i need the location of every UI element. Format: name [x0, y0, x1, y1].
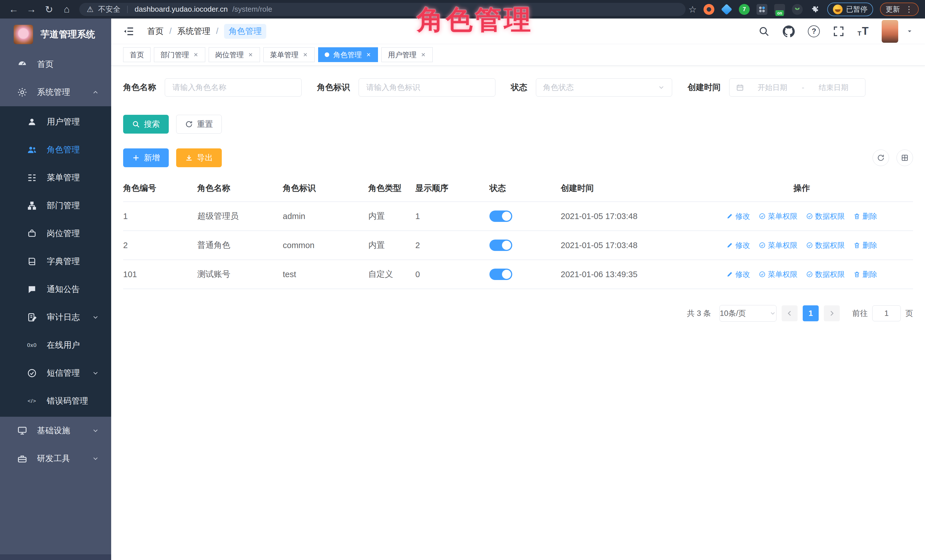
tab-post-mgmt[interactable]: 岗位管理: [209, 47, 260, 62]
extension-on-icon[interactable]: on: [774, 4, 785, 15]
role-name-input[interactable]: [165, 78, 301, 96]
end-date-placeholder: 结束日期: [808, 83, 859, 93]
github-icon[interactable]: [783, 26, 795, 37]
help-icon[interactable]: ?: [808, 26, 820, 37]
trash-icon: [853, 271, 860, 278]
extension-grid-icon[interactable]: [756, 4, 767, 15]
extension-sprout-icon[interactable]: [792, 4, 803, 15]
search-icon[interactable]: [758, 26, 770, 37]
close-icon[interactable]: [193, 52, 199, 57]
briefcase-icon: [26, 228, 38, 239]
close-icon[interactable]: [366, 52, 371, 57]
sidebar-item-system[interactable]: 系统管理: [0, 78, 111, 106]
page-content: 角色名称 角色标识 状态 角色状态: [111, 66, 925, 560]
extension-orange-icon[interactable]: [704, 4, 714, 15]
sidebar-item-errorcode-mgmt[interactable]: </> 错误码管理: [0, 387, 111, 415]
status-select[interactable]: 角色状态: [536, 78, 672, 96]
prev-page-button[interactable]: [782, 305, 798, 321]
breadcrumb-system[interactable]: 系统管理: [177, 26, 210, 37]
browser-update-button[interactable]: 更新 ⋮: [880, 3, 919, 16]
tab-menu-mgmt[interactable]: 菜单管理: [264, 47, 315, 62]
browser-forward-button[interactable]: →: [24, 2, 39, 17]
sidebar-item-notice[interactable]: 通知公告: [0, 275, 111, 303]
menu-perm-action[interactable]: 菜单权限: [759, 240, 798, 251]
sidebar-collapse-bar[interactable]: [0, 554, 111, 560]
table-refresh-button[interactable]: [872, 150, 889, 166]
table-row: 1 超级管理员 admin 内置 1 2021-01-05 17:03:48 修…: [123, 202, 913, 231]
avatar-caret-down-icon[interactable]: [906, 28, 913, 35]
edit-action[interactable]: 修改: [726, 211, 750, 221]
font-size-icon[interactable]: TT: [857, 25, 869, 37]
sidebar-item-dept-mgmt[interactable]: 部门管理: [0, 192, 111, 220]
url-divider: [127, 6, 128, 13]
profile-paused-chip[interactable]: 已暂停: [827, 3, 873, 16]
sidebar-item-dict-mgmt[interactable]: 字典管理: [0, 248, 111, 275]
page-size-select[interactable]: 10条/页: [720, 305, 776, 321]
next-page-button[interactable]: [824, 305, 840, 321]
browser-reload-button[interactable]: ↻: [42, 2, 56, 17]
search-button[interactable]: 搜索: [123, 115, 169, 134]
delete-action[interactable]: 删除: [853, 211, 877, 221]
sidebar-item-menu-mgmt[interactable]: 菜单管理: [0, 164, 111, 192]
extension-gem-icon[interactable]: [721, 4, 732, 15]
delete-action[interactable]: 删除: [853, 240, 877, 251]
add-button[interactable]: 新增: [123, 149, 169, 167]
tab-dept-mgmt[interactable]: 部门管理: [154, 47, 205, 62]
sidebar-item-post-mgmt[interactable]: 岗位管理: [0, 220, 111, 248]
sidebar-item-sms-mgmt[interactable]: 短信管理: [0, 359, 111, 387]
tab-home[interactable]: 首页: [123, 47, 151, 62]
goto-page-input[interactable]: [872, 305, 901, 321]
people-icon: [26, 144, 38, 156]
page-1-button[interactable]: 1: [803, 305, 819, 321]
code-icon: </>: [26, 395, 38, 407]
edit-icon: [726, 271, 733, 278]
close-icon[interactable]: [303, 52, 308, 57]
sidebar-item-role-mgmt[interactable]: 角色管理: [0, 136, 111, 164]
extension-badge-icon[interactable]: 7: [739, 4, 750, 15]
date-range-picker[interactable]: 开始日期 - 结束日期: [729, 78, 865, 96]
fullscreen-icon[interactable]: [833, 26, 844, 37]
col-role-id: 角色编号: [123, 175, 197, 202]
status-toggle[interactable]: [490, 240, 512, 251]
edit-action[interactable]: 修改: [726, 240, 750, 251]
calendar-icon: [736, 83, 744, 92]
browser-back-button[interactable]: ←: [6, 2, 21, 17]
breadcrumb-home[interactable]: 首页: [147, 26, 164, 37]
reset-button[interactable]: 重置: [176, 115, 222, 134]
data-perm-action[interactable]: 数据权限: [806, 240, 845, 251]
user-avatar[interactable]: [882, 20, 898, 43]
tab-user-mgmt[interactable]: 用户管理: [381, 47, 433, 62]
sidebar-item-devtools[interactable]: 研发工具: [0, 444, 111, 473]
export-button[interactable]: 导出: [176, 149, 222, 167]
close-icon[interactable]: [248, 52, 253, 57]
sidebar-item-online-users[interactable]: 0x0 在线用户: [0, 331, 111, 359]
bookmark-star-icon[interactable]: ☆: [688, 4, 697, 15]
role-key-input[interactable]: [359, 78, 496, 96]
tab-role-mgmt[interactable]: 角色管理: [318, 47, 378, 62]
menu-perm-action[interactable]: 菜单权限: [759, 269, 798, 279]
data-perm-action[interactable]: 数据权限: [806, 211, 845, 221]
col-sort: 显示顺序: [415, 175, 490, 202]
menu-perm-action[interactable]: 菜单权限: [759, 211, 798, 221]
browser-home-button[interactable]: ⌂: [59, 2, 74, 17]
status-toggle[interactable]: [490, 269, 512, 280]
data-perm-action[interactable]: 数据权限: [806, 269, 845, 279]
sidebar-item-home[interactable]: 首页: [0, 50, 111, 78]
address-bar[interactable]: ⚠ 不安全 dashboard.yudao.iocoder.cn/system/…: [79, 3, 685, 16]
app-logo[interactable]: 芋道管理系统: [0, 18, 111, 50]
close-icon[interactable]: [420, 52, 426, 57]
sidebar-item-infrastructure[interactable]: 基础设施: [0, 417, 111, 444]
sidebar-item-label: 系统管理: [37, 87, 70, 98]
edit-action[interactable]: 修改: [726, 269, 750, 279]
sidebar-item-audit-log[interactable]: 审计日志: [0, 303, 111, 331]
message-bubble-icon: [26, 284, 38, 295]
column-settings-button[interactable]: [896, 150, 913, 166]
delete-action[interactable]: 删除: [853, 269, 877, 279]
extensions-puzzle-icon[interactable]: [809, 4, 820, 15]
check-circle-icon: [26, 368, 38, 379]
dashboard-icon: [17, 59, 28, 70]
sidebar-toggle-icon[interactable]: [123, 26, 134, 37]
status-toggle[interactable]: [490, 210, 512, 222]
browser-menu-kebab-icon[interactable]: ⋮: [905, 5, 913, 14]
sidebar-item-user-mgmt[interactable]: 用户管理: [0, 108, 111, 136]
